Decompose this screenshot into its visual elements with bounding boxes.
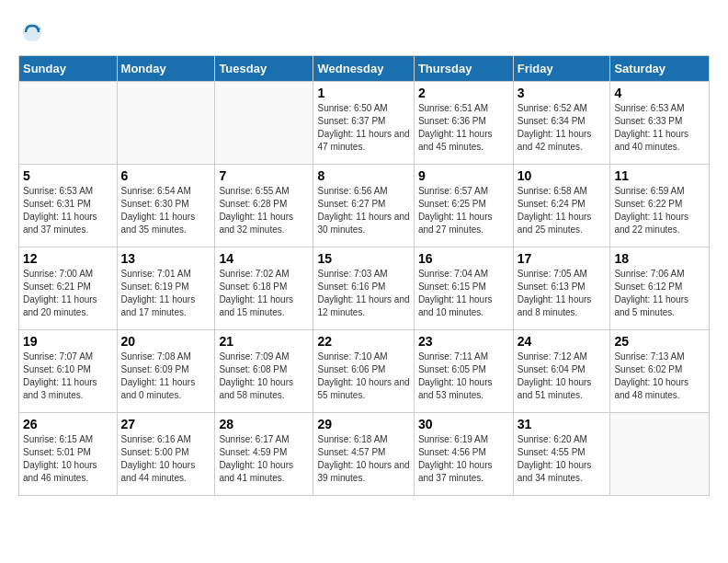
day-number: 19	[23, 334, 113, 349]
day-number: 16	[418, 251, 509, 266]
day-info: Sunrise: 7:10 AM Sunset: 6:06 PM Dayligh…	[317, 350, 409, 402]
day-info: Sunrise: 7:01 AM Sunset: 6:19 PM Dayligh…	[121, 268, 211, 319]
day-info: Sunrise: 7:12 AM Sunset: 6:04 PM Dayligh…	[518, 350, 607, 402]
calendar-day-cell: 28Sunrise: 6:17 AM Sunset: 4:59 PM Dayli…	[215, 413, 313, 496]
day-info: Sunrise: 7:07 AM Sunset: 6:10 PM Dayligh…	[23, 350, 113, 402]
day-number: 8	[317, 168, 409, 183]
day-info: Sunrise: 6:51 AM Sunset: 6:36 PM Dayligh…	[418, 102, 509, 154]
day-number: 25	[614, 334, 705, 349]
calendar-day-cell: 16Sunrise: 7:04 AM Sunset: 6:15 PM Dayli…	[414, 247, 513, 330]
calendar-table: SundayMondayTuesdayWednesdayThursdayFrid…	[18, 55, 710, 496]
day-info: Sunrise: 6:58 AM Sunset: 6:24 PM Dayligh…	[518, 185, 607, 236]
calendar-day-cell: 23Sunrise: 7:11 AM Sunset: 6:05 PM Dayli…	[414, 330, 513, 413]
day-number: 29	[317, 417, 409, 431]
day-number: 27	[121, 417, 211, 431]
calendar-day-cell	[19, 82, 118, 165]
day-info: Sunrise: 7:06 AM Sunset: 6:12 PM Dayligh…	[614, 268, 705, 319]
calendar-day-cell: 30Sunrise: 6:19 AM Sunset: 4:56 PM Dayli…	[414, 413, 513, 496]
day-number: 6	[121, 168, 211, 183]
day-info: Sunrise: 6:19 AM Sunset: 4:56 PM Dayligh…	[418, 433, 509, 485]
day-number: 9	[418, 168, 509, 183]
header-sunday: Sunday	[19, 56, 118, 82]
calendar-day-cell	[610, 413, 710, 496]
day-number: 24	[518, 334, 607, 349]
calendar-day-cell: 24Sunrise: 7:12 AM Sunset: 6:04 PM Dayli…	[513, 330, 610, 413]
calendar-day-cell: 22Sunrise: 7:10 AM Sunset: 6:06 PM Dayli…	[313, 330, 414, 413]
calendar-day-cell: 26Sunrise: 6:15 AM Sunset: 5:01 PM Dayli…	[19, 413, 118, 496]
day-number: 13	[121, 251, 211, 266]
calendar-day-cell: 29Sunrise: 6:18 AM Sunset: 4:57 PM Dayli…	[313, 413, 414, 496]
day-number: 26	[23, 417, 113, 431]
header-tuesday: Tuesday	[215, 56, 313, 82]
calendar-day-cell: 7Sunrise: 6:55 AM Sunset: 6:28 PM Daylig…	[215, 165, 313, 247]
header-wednesday: Wednesday	[313, 56, 414, 82]
day-number: 1	[317, 86, 409, 100]
day-number: 22	[317, 334, 409, 349]
calendar-day-cell: 9Sunrise: 6:57 AM Sunset: 6:25 PM Daylig…	[414, 165, 513, 247]
day-info: Sunrise: 7:05 AM Sunset: 6:13 PM Dayligh…	[518, 268, 607, 319]
page-header	[18, 18, 710, 46]
header-thursday: Thursday	[414, 56, 513, 82]
day-number: 10	[518, 168, 607, 183]
calendar-day-cell: 18Sunrise: 7:06 AM Sunset: 6:12 PM Dayli…	[610, 247, 710, 330]
calendar-day-cell: 14Sunrise: 7:02 AM Sunset: 6:18 PM Dayli…	[215, 247, 313, 330]
day-info: Sunrise: 6:56 AM Sunset: 6:27 PM Dayligh…	[317, 185, 409, 236]
calendar-day-cell: 31Sunrise: 6:20 AM Sunset: 4:55 PM Dayli…	[513, 413, 610, 496]
day-number: 7	[219, 168, 309, 183]
day-info: Sunrise: 6:15 AM Sunset: 5:01 PM Dayligh…	[23, 433, 113, 485]
day-info: Sunrise: 7:08 AM Sunset: 6:09 PM Dayligh…	[121, 350, 211, 402]
day-info: Sunrise: 7:04 AM Sunset: 6:15 PM Dayligh…	[418, 268, 509, 319]
calendar-day-cell: 4Sunrise: 6:53 AM Sunset: 6:33 PM Daylig…	[610, 82, 710, 165]
day-info: Sunrise: 6:52 AM Sunset: 6:34 PM Dayligh…	[518, 102, 607, 154]
day-number: 23	[418, 334, 509, 349]
day-info: Sunrise: 6:53 AM Sunset: 6:33 PM Dayligh…	[614, 102, 705, 154]
calendar-day-cell: 12Sunrise: 7:00 AM Sunset: 6:21 PM Dayli…	[19, 247, 118, 330]
calendar-day-cell: 19Sunrise: 7:07 AM Sunset: 6:10 PM Dayli…	[19, 330, 118, 413]
day-number: 31	[518, 417, 607, 431]
day-info: Sunrise: 6:16 AM Sunset: 5:00 PM Dayligh…	[121, 433, 211, 485]
header-saturday: Saturday	[610, 56, 710, 82]
calendar-week-row: 12Sunrise: 7:00 AM Sunset: 6:21 PM Dayli…	[19, 247, 710, 330]
calendar-day-cell: 10Sunrise: 6:58 AM Sunset: 6:24 PM Dayli…	[513, 165, 610, 247]
day-info: Sunrise: 6:55 AM Sunset: 6:28 PM Dayligh…	[219, 185, 309, 236]
header-friday: Friday	[513, 56, 610, 82]
day-number: 4	[614, 86, 705, 100]
day-number: 15	[317, 251, 409, 266]
day-number: 11	[614, 168, 705, 183]
day-number: 3	[518, 86, 607, 100]
calendar-day-cell: 6Sunrise: 6:54 AM Sunset: 6:30 PM Daylig…	[117, 165, 215, 247]
day-number: 14	[219, 251, 309, 266]
day-number: 2	[418, 86, 509, 100]
calendar-week-row: 26Sunrise: 6:15 AM Sunset: 5:01 PM Dayli…	[19, 413, 710, 496]
day-info: Sunrise: 6:50 AM Sunset: 6:37 PM Dayligh…	[317, 102, 409, 154]
day-number: 12	[23, 251, 113, 266]
calendar-week-row: 5Sunrise: 6:53 AM Sunset: 6:31 PM Daylig…	[19, 165, 710, 247]
day-info: Sunrise: 7:09 AM Sunset: 6:08 PM Dayligh…	[219, 350, 309, 402]
day-number: 17	[518, 251, 607, 266]
calendar-day-cell: 8Sunrise: 6:56 AM Sunset: 6:27 PM Daylig…	[313, 165, 414, 247]
calendar-day-cell: 3Sunrise: 6:52 AM Sunset: 6:34 PM Daylig…	[513, 82, 610, 165]
header-monday: Monday	[117, 56, 215, 82]
calendar-header-row: SundayMondayTuesdayWednesdayThursdayFrid…	[19, 56, 710, 82]
day-number: 21	[219, 334, 309, 349]
calendar-day-cell	[215, 82, 313, 165]
calendar-day-cell: 27Sunrise: 6:16 AM Sunset: 5:00 PM Dayli…	[117, 413, 215, 496]
calendar-day-cell	[117, 82, 215, 165]
day-info: Sunrise: 6:17 AM Sunset: 4:59 PM Dayligh…	[219, 433, 309, 485]
day-info: Sunrise: 7:13 AM Sunset: 6:02 PM Dayligh…	[614, 350, 705, 402]
day-info: Sunrise: 7:11 AM Sunset: 6:05 PM Dayligh…	[418, 350, 509, 402]
day-number: 30	[418, 417, 509, 431]
day-number: 18	[614, 251, 705, 266]
calendar-week-row: 19Sunrise: 7:07 AM Sunset: 6:10 PM Dayli…	[19, 330, 710, 413]
calendar-day-cell: 2Sunrise: 6:51 AM Sunset: 6:36 PM Daylig…	[414, 82, 513, 165]
day-info: Sunrise: 6:18 AM Sunset: 4:57 PM Dayligh…	[317, 433, 409, 485]
day-info: Sunrise: 6:57 AM Sunset: 6:25 PM Dayligh…	[418, 185, 509, 236]
calendar-day-cell: 5Sunrise: 6:53 AM Sunset: 6:31 PM Daylig…	[19, 165, 118, 247]
day-info: Sunrise: 6:54 AM Sunset: 6:30 PM Dayligh…	[121, 185, 211, 236]
calendar-day-cell: 13Sunrise: 7:01 AM Sunset: 6:19 PM Dayli…	[117, 247, 215, 330]
calendar-day-cell: 15Sunrise: 7:03 AM Sunset: 6:16 PM Dayli…	[313, 247, 414, 330]
day-info: Sunrise: 6:53 AM Sunset: 6:31 PM Dayligh…	[23, 185, 113, 236]
logo-icon	[18, 18, 46, 46]
day-info: Sunrise: 7:00 AM Sunset: 6:21 PM Dayligh…	[23, 268, 113, 319]
calendar-day-cell: 17Sunrise: 7:05 AM Sunset: 6:13 PM Dayli…	[513, 247, 610, 330]
